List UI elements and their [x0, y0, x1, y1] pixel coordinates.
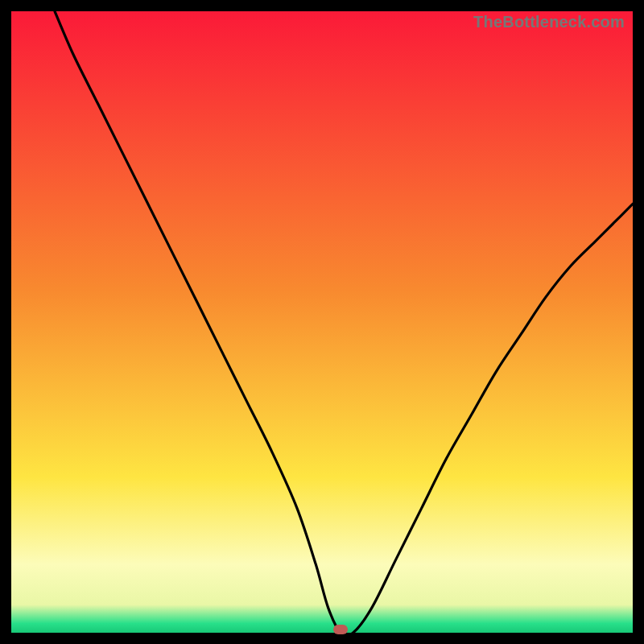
- curve-layer: [11, 11, 633, 633]
- watermark-text: TheBottleneck.com: [473, 13, 625, 31]
- optimal-point-marker: [333, 625, 348, 634]
- chart-frame: TheBottleneck.com: [11, 11, 633, 633]
- bottleneck-curve: [55, 11, 633, 633]
